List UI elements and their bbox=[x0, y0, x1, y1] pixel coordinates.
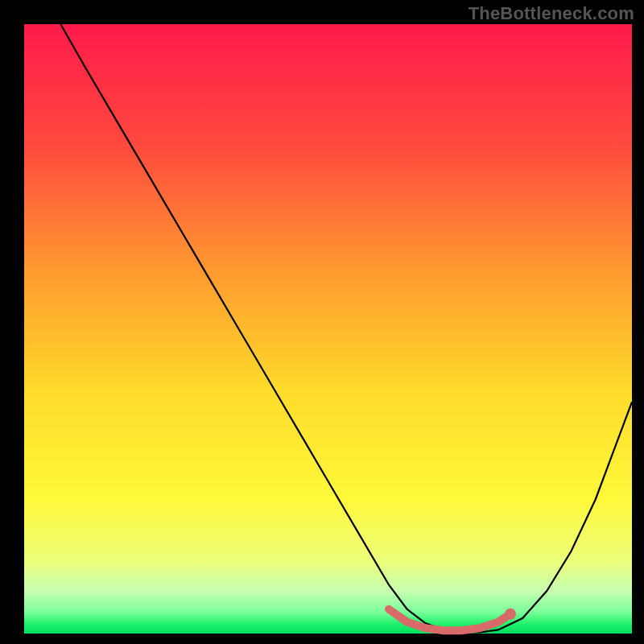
bottleneck-chart bbox=[0, 0, 644, 644]
optimal-end-marker bbox=[505, 609, 516, 620]
plot-background bbox=[24, 24, 632, 634]
chart-container: TheBottleneck.com bbox=[0, 0, 644, 644]
watermark-text: TheBottleneck.com bbox=[469, 3, 634, 24]
